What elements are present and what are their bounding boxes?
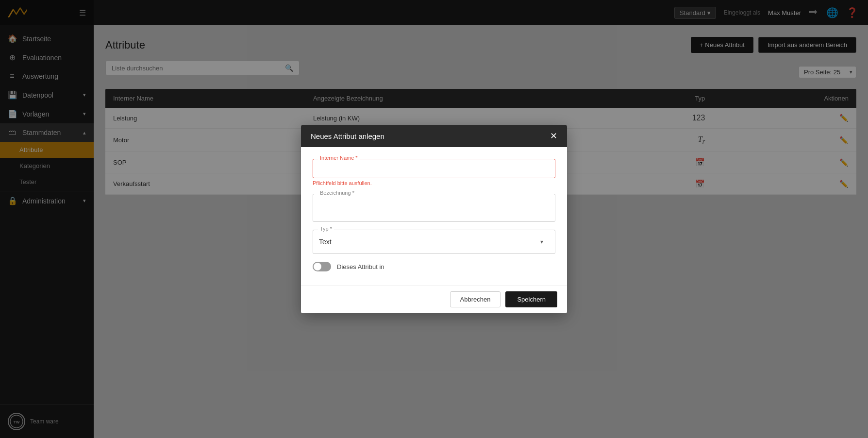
new-attribute-modal: Neues Attribut anlegen ✕ Interner Name *… bbox=[301, 125, 567, 313]
modal-title: Neues Attribut anlegen bbox=[311, 132, 384, 140]
attribut-toggle[interactable] bbox=[313, 262, 331, 271]
modal-overlay: Neues Attribut anlegen ✕ Interner Name *… bbox=[0, 0, 868, 438]
toggle-row: Dieses Attribut in bbox=[313, 262, 555, 271]
bezeichnung-label: Bezeichnung * bbox=[318, 190, 356, 196]
typ-group: Typ * Text Zahl Datum ▾ bbox=[313, 230, 555, 254]
modal-body: Interner Name * Pflichtfeld bitte ausfül… bbox=[301, 147, 567, 285]
save-button[interactable]: Speichern bbox=[505, 291, 557, 307]
cancel-button[interactable]: Abbrechen bbox=[450, 291, 501, 307]
modal-close-button[interactable]: ✕ bbox=[550, 132, 557, 140]
toggle-label: Dieses Attribut in bbox=[337, 263, 384, 270]
interner-name-input[interactable] bbox=[319, 165, 549, 172]
typ-fieldset: Typ * Text Zahl Datum ▾ bbox=[313, 230, 555, 254]
modal-header: Neues Attribut anlegen ✕ bbox=[301, 125, 567, 147]
pflichtfeld-error: Pflichtfeld bitte ausfüllen. bbox=[313, 180, 555, 186]
bezeichnung-group: Bezeichnung * bbox=[313, 194, 555, 222]
typ-select[interactable]: Text Zahl Datum bbox=[319, 233, 549, 251]
interner-name-group: Interner Name * Pflichtfeld bitte ausfül… bbox=[313, 159, 555, 186]
typ-label: Typ * bbox=[318, 226, 334, 232]
typ-select-wrapper: Text Zahl Datum ▾ bbox=[319, 233, 549, 251]
interner-name-label: Interner Name * bbox=[318, 155, 360, 161]
bezeichnung-input[interactable] bbox=[319, 200, 549, 207]
bezeichnung-fieldset: Bezeichnung * bbox=[313, 194, 555, 222]
interner-name-fieldset: Interner Name * bbox=[313, 159, 555, 178]
modal-footer: Abbrechen Speichern bbox=[301, 285, 567, 313]
